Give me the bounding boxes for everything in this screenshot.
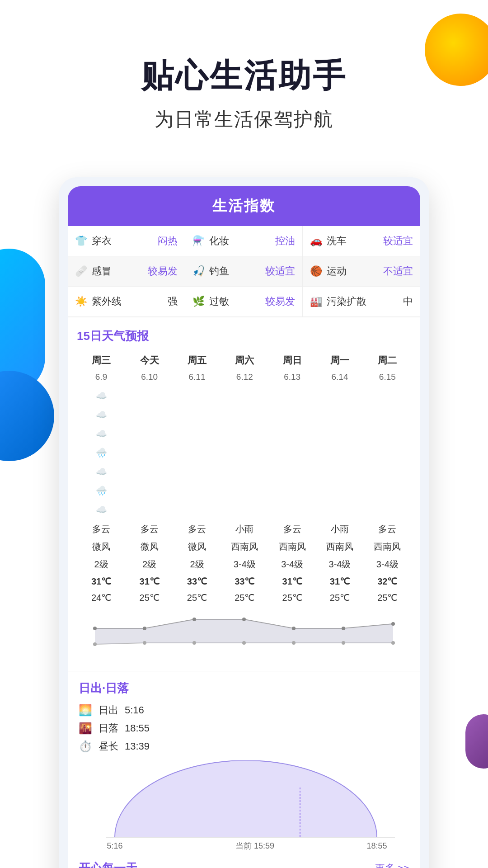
- forecast-date-3: 6.12: [221, 369, 268, 385]
- forecast-name-1: 今天: [126, 351, 173, 369]
- happy-more[interactable]: 更多 >>: [375, 862, 409, 868]
- carwash-label: 洗车: [327, 234, 379, 248]
- cold-value: 较易发: [148, 264, 178, 278]
- forecast-name-6: 周二: [364, 351, 411, 369]
- forecast-level-2: 2级: [173, 556, 221, 573]
- carwash-value: 较适宜: [383, 234, 413, 248]
- forecast-date-4: 6.13: [268, 369, 316, 385]
- forecast-desc-4: 多云: [268, 520, 316, 538]
- sunrise-row: 🌅 日出 5:16: [79, 703, 409, 717]
- clothing-icon: 👕: [75, 235, 87, 247]
- allergy-value: 较易发: [265, 295, 295, 308]
- forecast-table: 周三今天周五周六周日周一周二6.96.106.116.126.136.146.1…: [77, 351, 411, 606]
- forecast-date-2: 6.11: [173, 369, 221, 385]
- forecast-desc-2: 多云: [173, 520, 221, 538]
- svg-marker-0: [95, 619, 393, 644]
- forecast-scroll[interactable]: 周三今天周五周六周日周一周二6.96.106.116.126.136.146.1…: [77, 351, 411, 606]
- forecast-desc-3: 小雨: [221, 520, 268, 538]
- forecast-low-3: 25℃: [221, 590, 268, 606]
- forecast-level-6: 3-4级: [364, 556, 411, 573]
- fishing-label: 钓鱼: [209, 264, 261, 278]
- life-index-title: 生活指数: [212, 198, 276, 214]
- life-cell-sport: 🏀 运动 不适宜: [303, 256, 420, 287]
- header-section: 贴心生活助手 为日常生活保驾护航: [0, 0, 488, 159]
- sunrise-icon: 🌅: [79, 704, 92, 717]
- forecast-level-4: 3-4级: [268, 556, 316, 573]
- forecast-name-4: 周日: [268, 351, 316, 369]
- pollution-icon: 🏭: [310, 296, 322, 307]
- forecast-level-5: 3-4级: [316, 556, 363, 573]
- forecast-wind-4: 西南风: [268, 538, 316, 556]
- life-cell-uv: ☀️ 紫外线 强: [68, 287, 185, 317]
- fishing-value: 较适宜: [265, 264, 295, 278]
- forecast-date-5: 6.14: [316, 369, 363, 385]
- sunset-icon: 🌇: [79, 722, 92, 735]
- life-cell-fishing: 🎣 钓鱼 较适宜: [185, 256, 303, 287]
- main-title: 贴心生活助手: [27, 54, 461, 98]
- duration-row: ⏱️ 昼长 13:39: [79, 740, 409, 753]
- pollution-label: 污染扩散: [327, 295, 399, 308]
- forecast-icon-1: ☁️: [77, 406, 126, 423]
- sunrise-arc-svg: 5:16 当前 15:59 18:55: [79, 760, 413, 851]
- uv-icon: ☀️: [75, 296, 87, 307]
- forecast-icon-0: ☁️: [77, 387, 126, 404]
- forecast-high-2: 33℃: [173, 573, 221, 590]
- forecast-low-6: 25℃: [364, 590, 411, 606]
- life-index-header: 生活指数: [68, 186, 420, 226]
- sunset-time: 18:55: [125, 722, 150, 734]
- purple-right-decoration: [465, 714, 488, 769]
- forecast-wind-1: 微风: [126, 538, 173, 556]
- forecast-icon-4: ☁️: [77, 463, 126, 480]
- duration-label: 昼长: [99, 740, 118, 753]
- forecast-date-0: 6.9: [77, 369, 126, 385]
- forecast-desc-0: 多云: [77, 520, 126, 538]
- svg-text:5:16: 5:16: [107, 841, 122, 850]
- makeup-label: 化妆: [209, 234, 271, 248]
- clothing-label: 穿衣: [92, 234, 153, 248]
- clothing-value: 闷热: [158, 234, 178, 248]
- forecast-low-4: 25℃: [268, 590, 316, 606]
- sunset-row: 🌇 日落 18:55: [79, 722, 409, 735]
- allergy-label: 过敏: [209, 295, 261, 308]
- happy-title: 开心每一天: [79, 860, 137, 868]
- forecast-section: 15日天气预报 周三今天周五周六周日周一周二6.96.106.116.126.1…: [68, 317, 420, 610]
- svg-point-2: [143, 627, 146, 630]
- forecast-date-1: 6.10: [126, 369, 173, 385]
- makeup-icon: ⚗️: [192, 235, 205, 247]
- sunrise-info: 🌅 日出 5:16 🌇 日落 18:55 ⏱️ 昼长 13:39: [79, 703, 409, 753]
- allergy-icon: 🌿: [192, 296, 205, 307]
- happy-header: 开心每一天 更多 >>: [79, 860, 409, 868]
- happy-section: 开心每一天 更多 >> 小区门口修车师傅生意特好。人实在,只要不换零件,常常不收…: [68, 851, 420, 868]
- forecast-high-1: 31℃: [126, 573, 173, 590]
- forecast-name-3: 周六: [221, 351, 268, 369]
- sport-value: 不适宜: [383, 264, 413, 278]
- forecast-high-5: 31℃: [316, 573, 363, 590]
- svg-point-4: [242, 618, 246, 621]
- svg-point-10: [192, 641, 196, 645]
- forecast-icon-2: ☁️: [77, 425, 126, 442]
- sunrise-section: 日出·日落 🌅 日出 5:16 🌇 日落 18:55 ⏱️ 昼长 13:39: [68, 671, 420, 851]
- forecast-low-2: 25℃: [173, 590, 221, 606]
- forecast-wind-0: 微风: [77, 538, 126, 556]
- forecast-high-0: 31℃: [77, 573, 126, 590]
- forecast-high-6: 32℃: [364, 573, 411, 590]
- svg-point-13: [342, 641, 345, 645]
- svg-point-12: [292, 641, 296, 645]
- uv-value: 强: [168, 295, 178, 308]
- forecast-wind-6: 西南风: [364, 538, 411, 556]
- forecast-level-1: 2级: [126, 556, 173, 573]
- forecast-level-3: 3-4级: [221, 556, 268, 573]
- forecast-desc-6: 多云: [364, 520, 411, 538]
- temperature-chart: [68, 610, 420, 671]
- forecast-desc-1: 多云: [126, 520, 173, 538]
- cold-icon: 🩹: [75, 265, 87, 277]
- sport-icon: 🏀: [310, 265, 322, 277]
- svg-point-11: [242, 641, 246, 645]
- forecast-wind-5: 西南风: [316, 538, 363, 556]
- forecast-wind-2: 微风: [173, 538, 221, 556]
- sunrise-time: 5:16: [125, 704, 144, 716]
- duration-time: 13:39: [125, 741, 150, 752]
- phone-inner: 生活指数 👕 穿衣 闷热 ⚗️ 化妆 控油 🚗 洗车 较适宜 🩹: [68, 186, 420, 868]
- forecast-wind-3: 西南风: [221, 538, 268, 556]
- temp-chart-svg: [72, 615, 416, 660]
